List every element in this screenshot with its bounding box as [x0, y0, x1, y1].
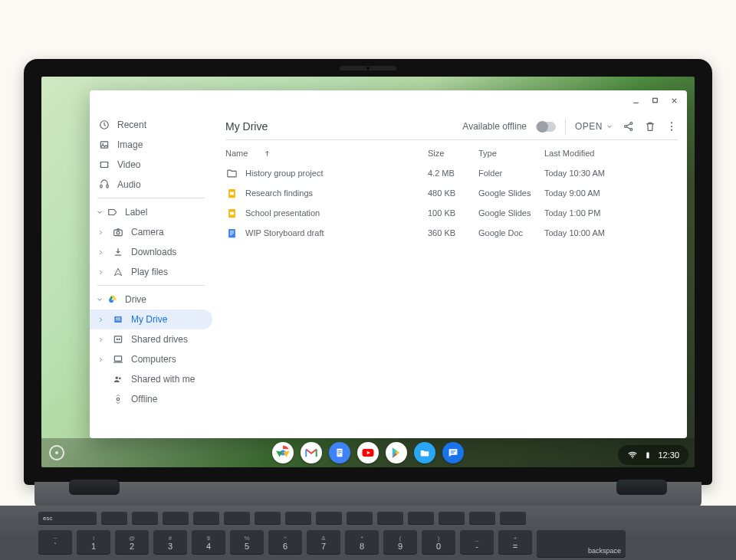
files-sidebar: Recent Image Video Audio [90, 110, 213, 438]
sidebar-audio[interactable]: Audio [90, 175, 212, 195]
column-type[interactable]: Type [478, 149, 544, 158]
sidebar-downloads-label: Downloads [131, 247, 176, 257]
docs-app-icon[interactable] [329, 442, 350, 463]
column-size[interactable]: Size [428, 149, 478, 158]
file-modified: Today 9:00 AM [544, 188, 678, 198]
separator [565, 119, 566, 134]
file-row[interactable]: Research findings480 KBGoogle SlidesToda… [225, 183, 678, 203]
files-app-window: Recent Image Video Audio [90, 90, 687, 438]
play-store-app-icon[interactable] [386, 442, 407, 463]
status-tray[interactable]: 12:30 [618, 445, 688, 465]
chevron-right-icon [96, 267, 105, 277]
file-row[interactable]: History group project4.2 MBFolderToday 1… [225, 163, 678, 183]
video-icon [99, 159, 110, 170]
sidebar-image[interactable]: Image [90, 135, 212, 155]
more-button[interactable] [665, 120, 678, 133]
file-row[interactable]: WIP Storyboard draft360 KBGoogle DocToda… [225, 223, 678, 243]
pinned-apps [272, 442, 464, 463]
chromeos-shelf: 12:30 [41, 438, 695, 467]
youtube-app-icon[interactable] [357, 442, 379, 463]
sidebar-downloads[interactable]: Downloads [90, 242, 212, 262]
chrome-app-icon[interactable] [272, 442, 294, 463]
laptop-hinge [616, 480, 667, 495]
sidebar-playfiles[interactable]: Play files [90, 262, 212, 282]
file-name: WIP Storyboard draft [245, 228, 324, 237]
computers-icon [113, 354, 123, 365]
keyboard-key [469, 512, 495, 525]
sidebar-label-category[interactable]: Label [90, 201, 212, 222]
sidebar-video[interactable]: Video [90, 155, 212, 175]
keyboard-key [439, 512, 465, 525]
svg-rect-42 [451, 450, 456, 451]
offline-icon [113, 394, 123, 404]
chevron-down-icon [96, 207, 104, 218]
sidebar-image-label: Image [117, 139, 143, 150]
svg-rect-43 [451, 453, 455, 454]
sidebar-mydrive[interactable]: My Drive [90, 309, 212, 329]
keyboard-key [255, 512, 281, 525]
open-button[interactable]: OPEN [575, 121, 613, 132]
keyboard-key: &7 [307, 530, 340, 555]
content-header: My Drive Available offline OPEN [225, 113, 678, 139]
keyboard-key: (9 [383, 530, 417, 555]
maximize-button[interactable] [651, 97, 659, 105]
keyboard-key: _- [460, 530, 494, 555]
file-type: Google Slides [478, 188, 544, 198]
share-button[interactable] [623, 120, 635, 133]
keyboard-key [163, 512, 189, 525]
keyboard-key [285, 512, 311, 525]
file-row[interactable]: School presentation100 KBGoogle SlidesTo… [225, 203, 678, 223]
delete-button[interactable] [644, 120, 656, 133]
file-name: School presentation [245, 208, 320, 218]
camera-icon [113, 227, 123, 237]
sidebar-playfiles-label: Play files [131, 267, 168, 277]
sidebar-offline-label: Offline [131, 394, 157, 404]
clock-icon [99, 120, 110, 130]
mydrive-icon [113, 314, 123, 325]
messages-app-icon[interactable] [442, 442, 464, 463]
sidebar-drive-category[interactable]: Drive [90, 289, 212, 309]
play-icon [113, 267, 123, 277]
sidebar-computers[interactable]: Computers [90, 349, 212, 369]
photo-surface: Recent Image Video Audio [0, 0, 736, 560]
launcher-button[interactable] [49, 445, 64, 460]
close-button[interactable] [670, 97, 678, 105]
chevron-right-icon [96, 334, 105, 345]
files-app-icon[interactable] [414, 442, 435, 463]
keyboard-key: )0 [422, 530, 455, 555]
available-offline-toggle[interactable] [536, 122, 556, 132]
chevron-right-icon [96, 227, 105, 237]
wifi-icon [627, 450, 638, 460]
chevron-right-icon [96, 314, 105, 325]
file-type: Google Slides [478, 208, 544, 218]
sidebar-shared-with-me[interactable]: Shared with me [90, 369, 212, 389]
keyboard-key-backspace: backspace [537, 530, 626, 558]
file-modified: Today 10:00 AM [544, 228, 678, 237]
image-icon [99, 139, 110, 150]
file-size: 4.2 MB [428, 169, 478, 178]
sidebar-recent[interactable]: Recent [90, 115, 212, 135]
file-name: History group project [245, 169, 324, 178]
chevron-down-icon [96, 294, 104, 305]
minimize-button[interactable] [632, 97, 640, 105]
keyboard-key [132, 512, 158, 525]
battery-icon [644, 450, 652, 460]
divider [97, 285, 205, 286]
shared-with-me-icon [113, 374, 123, 385]
sidebar-camera[interactable]: Camera [90, 222, 212, 242]
svg-rect-38 [338, 452, 342, 453]
doc-icon [225, 227, 238, 239]
file-size: 480 KB [428, 188, 478, 198]
drive-icon [107, 294, 118, 305]
gmail-app-icon[interactable] [301, 442, 322, 463]
clock: 12:30 [658, 450, 679, 460]
keyboard-key: %5 [230, 530, 264, 555]
sidebar-offline[interactable]: Offline [90, 389, 212, 409]
column-modified[interactable]: Last Modified [544, 149, 678, 158]
keyboard-key: += [498, 530, 532, 555]
sidebar-shareddrives[interactable]: Shared drives [90, 329, 212, 349]
column-name[interactable]: Name [225, 149, 428, 158]
keyboard-key [316, 512, 342, 525]
sidebar-camera-label: Camera [131, 227, 164, 237]
sidebar-audio-label: Audio [117, 179, 141, 190]
